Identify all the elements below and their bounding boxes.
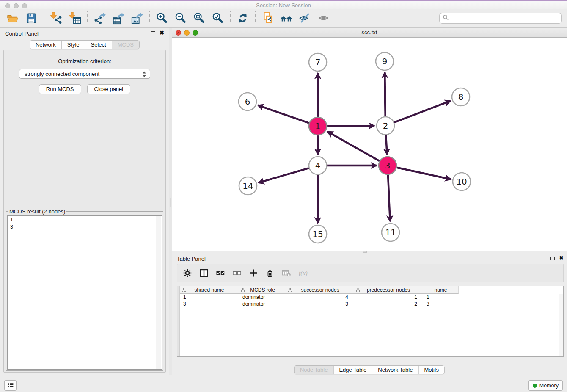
graph-canvas[interactable]: 7968124314101511 (172, 38, 567, 251)
edge-2-3[interactable] (386, 135, 387, 155)
tab-edge-table[interactable]: Edge Table (333, 366, 372, 374)
column-chooser-button[interactable] (199, 268, 209, 278)
deselect-all-rows-button[interactable] (232, 268, 242, 278)
edge-2-9[interactable] (385, 72, 385, 116)
network-window-titlebar[interactable]: × − + scc.txt (172, 28, 567, 38)
edge-1-6[interactable] (258, 105, 309, 123)
optimization-criterion-label: Optimization criterion: (4, 58, 165, 64)
float-panel-icon[interactable] (151, 31, 155, 35)
zoom-selected-button[interactable] (209, 10, 227, 26)
toolbar-separator (149, 11, 150, 25)
select-all-rows-button[interactable] (215, 268, 226, 278)
tab-network-table[interactable]: Network Table (372, 366, 418, 374)
cell-mcds-role[interactable]: dominator (239, 301, 286, 307)
graph-node-1[interactable]: 1 (309, 117, 327, 135)
run-mcds-button[interactable]: Run MCDS (39, 84, 81, 94)
search-input[interactable] (451, 14, 561, 22)
close-panel-button[interactable]: Close panel (87, 84, 131, 94)
list-icon (6, 381, 15, 391)
graph-node-15[interactable]: 15 (309, 225, 327, 243)
mcds-result-item[interactable]: 3 (8, 223, 162, 230)
mcds-result-scrollbar[interactable] (156, 216, 161, 369)
tree-column-icon (241, 288, 245, 294)
optimization-criterion-select[interactable]: strongly connected component (19, 69, 150, 79)
tab-motifs[interactable]: Motifs (418, 366, 444, 374)
cell-successor-nodes[interactable]: 3 (286, 301, 354, 307)
cell-name[interactable]: 3 (423, 301, 459, 307)
refresh-layout-button[interactable] (234, 10, 252, 26)
export-network-button[interactable] (91, 10, 109, 26)
float-panel-icon[interactable] (550, 257, 555, 260)
column-header-mcds-role[interactable]: MCDS role (239, 286, 286, 294)
graph-node-11[interactable]: 11 (382, 224, 399, 241)
cell-predecessor-nodes[interactable]: 2 (354, 301, 423, 307)
tab-node-table[interactable]: Node Table (295, 366, 334, 374)
svg-text:6: 6 (245, 97, 250, 107)
table-row[interactable]: 1dominator411 (180, 294, 563, 301)
column-header-predecessor-nodes[interactable]: predecessor nodes (354, 286, 423, 294)
tab-network[interactable]: Network (30, 41, 62, 49)
graph-node-3[interactable]: 3 (379, 157, 396, 174)
close-panel-icon[interactable]: ✖ (160, 31, 164, 35)
task-history-button[interactable] (4, 380, 17, 391)
graph-node-4[interactable]: 4 (309, 157, 327, 174)
edge-3-1[interactable] (328, 132, 380, 161)
graph-node-7[interactable]: 7 (309, 53, 327, 71)
export-image-button[interactable] (128, 10, 146, 26)
first-neighbors-button[interactable] (277, 10, 296, 26)
graph-node-10[interactable]: 10 (453, 173, 471, 190)
table-panel-tabs: Node TableEdge TableNetwork TableMotifs (294, 365, 445, 374)
cell-shared-name[interactable]: 1 (180, 294, 239, 301)
graph-node-2[interactable]: 2 (377, 117, 394, 135)
mcds-result-item[interactable]: 1 (8, 216, 162, 223)
search-box (439, 13, 562, 24)
cell-successor-nodes[interactable]: 4 (286, 294, 354, 301)
mcds-result-group: MCDS result (2 nodes) 13 (6, 208, 163, 371)
cell-mcds-role[interactable]: dominator (239, 294, 286, 301)
import-table-button[interactable] (66, 10, 84, 26)
hide-selected-button[interactable] (296, 10, 314, 26)
edge-1-2[interactable] (327, 126, 374, 126)
memory-button[interactable]: Memory (528, 380, 563, 391)
gear-button[interactable] (182, 268, 193, 278)
graph-node-6[interactable]: 6 (239, 93, 256, 110)
table-scrollbar[interactable] (559, 294, 563, 356)
splitter-grip[interactable] (170, 198, 171, 207)
tab-mcds[interactable]: MCDS (112, 41, 139, 49)
app-window: { "titlebar": { "title": "Session: New S… (0, 0, 567, 392)
control-panel: Control Panel ✖ NetworkStyleSelectMCDS O… (0, 28, 169, 375)
table-row[interactable]: 3dominator323 (180, 301, 563, 307)
export-table-button[interactable] (109, 10, 128, 26)
cell-predecessor-nodes[interactable]: 1 (354, 294, 423, 301)
import-network-button[interactable] (47, 10, 66, 26)
column-label: MCDS role (250, 287, 275, 293)
new-network-from-selection-button[interactable] (259, 10, 277, 26)
cell-shared-name[interactable]: 3 (180, 301, 239, 307)
tab-select[interactable]: Select (85, 41, 112, 49)
table-toolbar: f(x) (177, 264, 564, 282)
open-file-button[interactable] (3, 10, 22, 26)
edge-4-14[interactable] (259, 168, 309, 183)
tab-style[interactable]: Style (62, 41, 85, 49)
control-panel-header: Control Panel ✖ (0, 28, 169, 40)
zoom-out-button[interactable] (171, 10, 190, 26)
delete-row-button[interactable] (265, 268, 275, 278)
edge-3-10[interactable] (397, 168, 451, 179)
cell-name[interactable]: 1 (423, 294, 459, 301)
save-session-button[interactable] (22, 10, 41, 26)
edge-2-8[interactable] (394, 101, 451, 122)
zoom-fit-button[interactable] (190, 10, 209, 26)
close-panel-icon[interactable]: ✖ (559, 256, 564, 260)
show-all-button[interactable] (314, 10, 333, 26)
graph-node-14[interactable]: 14 (239, 177, 257, 195)
edge-3-11[interactable] (388, 175, 390, 221)
column-header-shared-name[interactable]: shared name (180, 286, 239, 294)
zoom-in-button[interactable] (153, 10, 171, 26)
column-header-successor-nodes[interactable]: successor nodes (286, 286, 354, 294)
column-header-name[interactable]: name (423, 286, 459, 294)
mcds-result-list[interactable]: 13 (7, 215, 162, 370)
graph-node-9[interactable]: 9 (376, 52, 394, 70)
add-row-button[interactable] (248, 268, 259, 278)
memory-status-dot (533, 384, 537, 388)
graph-node-8[interactable]: 8 (452, 88, 470, 106)
